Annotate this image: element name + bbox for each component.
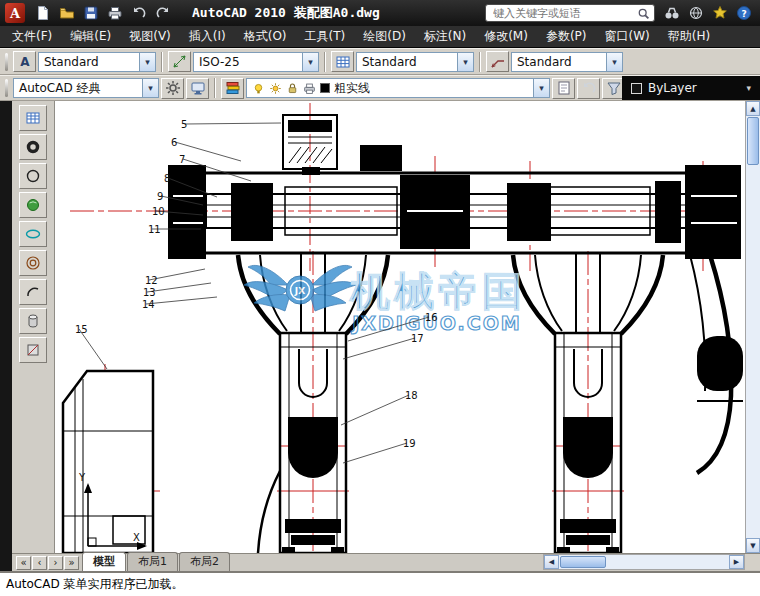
redo-button[interactable] [152,3,174,23]
circle-tool-button[interactable] [19,163,47,189]
concentric-tool-button[interactable] [19,250,47,276]
text-style-combo[interactable]: Standard ▾ [38,52,156,72]
last-tab-button[interactable]: » [64,556,79,570]
menu-编辑[interactable]: 编辑(E) [61,26,120,47]
scroll-up-icon[interactable]: ▲ [746,101,760,116]
horizontal-scrollbar[interactable]: ◀ ▶ [543,554,745,570]
arc-tool-button[interactable] [19,279,47,305]
toolbar-separator [214,78,216,98]
menu-工具[interactable]: 工具(T) [296,26,355,47]
save-workspace-button[interactable] [186,78,209,99]
part-callout-7: 7 [179,154,185,165]
chevron-down-icon[interactable]: ▾ [533,79,549,97]
mleader-style-value: Standard [517,55,572,69]
undo-button[interactable] [128,3,150,23]
text-style-button[interactable] [13,51,36,72]
part-callout-17: 17 [411,333,424,344]
prev-tab-button[interactable]: ‹ [32,556,47,570]
scroll-left-icon[interactable]: ◀ [544,555,559,569]
callout-leader-18 [341,395,409,425]
tab-模型[interactable]: 模型 [82,552,126,571]
menu-标注[interactable]: 标注(N) [415,26,475,47]
layer-control-combo[interactable]: 粗实线 ▾ [246,78,550,98]
chevron-down-icon[interactable]: ▾ [746,83,751,93]
table-style-button[interactable] [331,51,354,72]
menu-文件[interactable]: 文件(F) [3,26,61,47]
new-button[interactable] [32,3,54,23]
horizontal-scroll-thumb[interactable] [560,556,606,568]
command-line[interactable]: AutoCAD 菜单实用程序已加载。 [0,571,760,596]
layer-properties-button[interactable] [221,78,244,99]
plot-icon [107,5,123,21]
layout-tabs: 模型布局1布局2 [82,552,231,571]
chevron-down-icon[interactable]: ▾ [457,53,473,71]
menu-窗口[interactable]: 窗口(W) [596,26,659,47]
layer-plot-icon[interactable] [303,82,316,95]
callout-leader-17 [343,338,415,359]
next-tab-button[interactable]: › [48,556,63,570]
layer-on-off-icon[interactable] [252,82,265,95]
autocad-logo-icon[interactable]: A [5,3,25,23]
menu-帮助[interactable]: 帮助(H) [659,26,719,47]
sphere-tool-button[interactable] [19,192,47,218]
drawing-canvas[interactable]: Y X JX 机械帝国 JXDIGUO.COM 56789101112 [55,101,745,553]
chevron-down-icon[interactable]: ▾ [302,53,318,71]
dim-style-combo[interactable]: ISO-25 ▾ [193,52,319,72]
vertical-scrollbar[interactable]: ▲ ▼ [745,101,760,553]
layer-freeze-thaw-icon[interactable] [269,82,282,95]
donut-tool-button[interactable] [19,134,47,160]
mleader-style-combo[interactable]: Standard ▾ [511,52,623,72]
menu-插入[interactable]: 插入(I) [180,26,235,47]
vertical-scroll-track[interactable] [746,166,760,538]
region-tool-button[interactable] [19,337,47,363]
drawing-area[interactable]: Y X JX 机械帝国 JXDIGUO.COM 56789101112 [55,101,745,553]
ellipse-tool-button[interactable] [19,221,47,247]
open-icon [59,5,75,21]
part-callout-18: 18 [405,390,418,401]
binoculars-icon [664,5,680,21]
dim-style-button[interactable] [168,51,191,72]
vertical-scroll-thumb[interactable] [747,117,759,165]
workspace-combo[interactable]: AutoCAD 经典 ▾ [13,78,159,98]
menu-视图[interactable]: 视图(V) [120,26,180,47]
tab-布局1[interactable]: 布局1 [127,552,178,571]
first-tab-button[interactable]: « [16,556,31,570]
toolbar-grip[interactable] [5,79,8,97]
star-button[interactable] [709,3,731,23]
search-icon[interactable] [634,3,652,23]
binoculars-button[interactable] [661,3,683,23]
concentric-icon [25,255,41,271]
menu-格式[interactable]: 格式(O) [235,26,296,47]
layer-lock-icon[interactable] [286,82,299,95]
plot-button[interactable] [104,3,126,23]
callout-leader-5 [185,123,281,124]
layer-previous-button[interactable] [577,78,600,99]
save-button[interactable] [80,3,102,23]
part-callout-6: 6 [171,137,177,148]
help-button[interactable] [733,3,755,23]
color-control-combo[interactable]: ByLayer ▾ [622,76,760,100]
docked-panel-strip[interactable] [0,101,12,571]
chevron-down-icon[interactable]: ▾ [139,53,155,71]
open-button[interactable] [56,3,78,23]
horizontal-scroll-track[interactable] [607,555,729,569]
chevron-down-icon[interactable]: ▾ [142,79,158,97]
part-callout-19: 19 [403,438,416,449]
toolbar-grip[interactable] [5,53,8,71]
layer-states-button[interactable] [552,78,575,99]
menu-参数[interactable]: 参数(P) [537,26,596,47]
table-style-combo[interactable]: Standard ▾ [356,52,474,72]
tab-布局2[interactable]: 布局2 [179,552,230,571]
scroll-down-icon[interactable]: ▼ [746,538,760,553]
scroll-right-icon[interactable]: ▶ [729,555,744,569]
menu-绘图[interactable]: 绘图(D) [354,26,415,47]
globe-button[interactable] [685,3,707,23]
part-callout-14: 14 [142,299,155,310]
mleader-style-button[interactable] [486,51,509,72]
table-tool-button[interactable] [19,105,47,131]
search-input[interactable] [493,7,634,19]
menu-修改[interactable]: 修改(M) [475,26,537,47]
cylinder-tool-button[interactable] [19,308,47,334]
chevron-down-icon[interactable]: ▾ [606,53,622,71]
workspace-settings-button[interactable] [161,78,184,99]
